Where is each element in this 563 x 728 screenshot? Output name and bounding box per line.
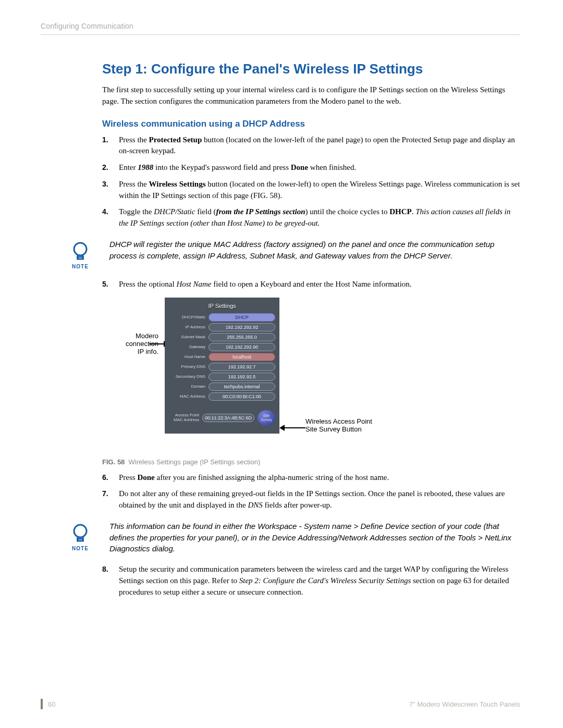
row-subnet-mask: Subnet Mask 255.255.255.0: [169, 333, 275, 341]
row-access-point-mac: Access Point MAC Address 00:11:22:3A:4B:…: [169, 410, 275, 426]
svg-point-0: [74, 243, 87, 255]
step-text: Setup the security and communication par…: [119, 564, 520, 598]
step-number: 6.: [102, 472, 114, 484]
row-gateway: Gateway 192.192.292.90: [169, 343, 275, 351]
dhcp-toggle[interactable]: DHCP: [209, 313, 275, 322]
subheading-dhcp: Wireless communication using a DHCP Addr…: [102, 119, 520, 129]
note-text: This information can be found in either …: [109, 521, 520, 554]
footer-bar-icon: [41, 699, 43, 709]
note-label: NOTE: [72, 264, 89, 269]
step-number: 8.: [102, 564, 114, 598]
page-title: Step 1: Configure the Panel's Wireless I…: [102, 61, 520, 77]
primary-dns-field[interactable]: 192.192.92.7: [209, 363, 275, 371]
gateway-field[interactable]: 192.192.292.90: [209, 343, 275, 351]
row-secondary-dns: Secondary DNS 192.192.92.5: [169, 373, 275, 381]
step-6: 6. Press Done after you are finished ass…: [102, 472, 520, 484]
row-primary-dns: Primary DNS 192.192.92.7: [169, 363, 275, 371]
step-5: 5. Press the optional Host Name field to…: [102, 279, 520, 290]
callout-site-survey: Wireless Access Point Site Survey Button: [305, 417, 410, 433]
subnet-mask-field[interactable]: 255.255.255.0: [209, 333, 275, 341]
svg-point-1: [74, 525, 87, 537]
step-number: 2.: [102, 162, 114, 174]
note-label: NOTE: [72, 546, 89, 551]
page-footer: 60 7" Modero Widescreen Touch Panels: [41, 699, 520, 709]
step-text: Press Done after you are finished assign…: [119, 472, 520, 484]
step-number: 5.: [102, 279, 114, 290]
page-number: 60: [48, 700, 55, 708]
lightbulb-icon: [69, 522, 92, 545]
step-8: 8. Setup the security and communication …: [102, 564, 520, 598]
figure-caption: FIG. 58 Wireless Settings page (IP Setti…: [102, 458, 520, 466]
domain-field[interactable]: techpubs.internal: [209, 382, 275, 391]
row-host-name: Host Name localhost: [169, 353, 275, 361]
lightbulb-icon: [69, 240, 92, 263]
step-number: 4.: [102, 206, 114, 229]
step-text: Press the optional Host Name field to op…: [119, 279, 520, 290]
step-7: 7. Do not alter any of these remaining g…: [102, 488, 520, 511]
callout-modero-ip-info: Modero connection IP info.: [75, 332, 158, 355]
row-dhcp-static: DHCP/Static DHCP: [169, 313, 275, 322]
step-text: Press the Wireless Settings button (loca…: [119, 179, 520, 202]
step-2: 2. Enter 1988 into the Keypad's password…: [102, 162, 520, 174]
intro-paragraph: The first step to successfully setting u…: [102, 84, 520, 107]
step-text: Do not alter any of these remaining grey…: [119, 488, 520, 511]
ip-address-field[interactable]: 192.192.292.92: [209, 323, 275, 331]
secondary-dns-field[interactable]: 192.192.92.5: [209, 373, 275, 381]
ap-mac-field: 00:11:22:3A:4B:5C:6D: [202, 414, 254, 422]
note-text: DHCP will register the unique MAC Addres…: [109, 239, 520, 262]
step-number: 3.: [102, 179, 114, 202]
step-1: 1. Press the Protected Setup button (loc…: [102, 134, 520, 157]
note-icon: NOTE: [65, 522, 96, 551]
step-text: Press the Protected Setup button (locate…: [119, 134, 520, 157]
mac-address-field: 00:C0:00:BI:C1:00: [209, 392, 275, 401]
note-dhcp-register: NOTE DHCP will register the unique MAC A…: [102, 239, 520, 269]
site-survey-button[interactable]: Site Survey: [258, 410, 275, 426]
panel-title: IP Settings: [169, 303, 275, 309]
running-header: Configuring Communication: [41, 22, 520, 35]
step-number: 1.: [102, 134, 114, 157]
figure-58: Modero connection IP info. IP Settings D…: [102, 298, 520, 454]
step-4: 4. Toggle the DHCP/Static field (from th…: [102, 206, 520, 229]
step-text: Toggle the DHCP/Static field (from the I…: [119, 206, 520, 229]
ip-settings-panel: IP Settings DHCP/Static DHCP IP Address …: [165, 298, 279, 434]
step-3: 3. Press the Wireless Settings button (l…: [102, 179, 520, 202]
arrow-icon: [279, 425, 304, 431]
note-icon: NOTE: [65, 240, 96, 269]
step-text: Enter 1988 into the Keypad's password fi…: [119, 162, 520, 174]
row-mac-address: MAC Address 00:C0:00:BI:C1:00: [169, 392, 275, 401]
row-ip-address: IP Address 192.192.292.92: [169, 323, 275, 331]
product-name: 7" Modero Widescreen Touch Panels: [409, 700, 520, 708]
step-number: 7.: [102, 488, 114, 511]
row-domain: Domain techpubs.internal: [169, 382, 275, 391]
host-name-field[interactable]: localhost: [209, 353, 275, 361]
note-workspace-info: NOTE This information can be found in ei…: [102, 521, 520, 554]
